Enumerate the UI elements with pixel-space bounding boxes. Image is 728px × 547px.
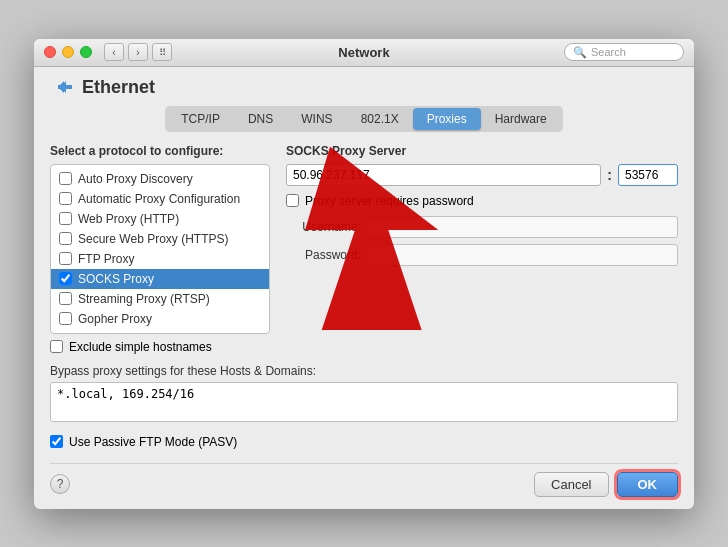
streaming-checkbox[interactable] [59,292,72,305]
breadcrumb: Ethernet [50,77,678,98]
tab-8021x[interactable]: 802.1X [347,108,413,130]
search-placeholder: Search [591,46,626,58]
list-item-auto-proxy: Auto Proxy Discovery [51,169,269,189]
tab-hardware[interactable]: Hardware [481,108,561,130]
gopher-checkbox[interactable] [59,312,72,325]
traffic-lights [44,46,92,58]
tab-wins[interactable]: WINS [287,108,346,130]
username-row: Username: [286,216,678,238]
grid-button[interactable]: ⠿ [152,43,172,61]
back-button[interactable]: ‹ [104,43,124,61]
bypass-label: Bypass proxy settings for these Hosts & … [50,364,678,378]
list-item-ftp: FTP Proxy [51,249,269,269]
bypass-textarea[interactable]: *.local, 169.254/16 [50,382,678,422]
socks-checkbox[interactable] [59,272,72,285]
passive-ftp-checkbox[interactable] [50,435,63,448]
streaming-label: Streaming Proxy (RTSP) [78,292,210,306]
exclude-label: Exclude simple hostnames [69,340,212,354]
exclude-checkbox[interactable] [50,340,63,353]
password-input[interactable] [367,244,678,266]
minimize-button[interactable] [62,46,74,58]
web-http-label: Web Proxy (HTTP) [78,212,179,226]
ftp-label: FTP Proxy [78,252,134,266]
list-item-streaming: Streaming Proxy (RTSP) [51,289,269,309]
protocol-list: Auto Proxy Discovery Automatic Proxy Con… [50,164,270,334]
tabs-container: TCP/IP DNS WINS 802.1X Proxies Hardware [165,106,562,132]
action-buttons: Cancel OK [534,472,678,497]
auto-proxy-label: Auto Proxy Discovery [78,172,193,186]
port-input[interactable] [618,164,678,186]
cancel-button[interactable]: Cancel [534,472,608,497]
maximize-button[interactable] [80,46,92,58]
protocol-label: Select a protocol to configure: [50,144,270,158]
passive-ftp-label: Use Passive FTP Mode (PASV) [69,435,237,449]
ok-button[interactable]: OK [617,472,679,497]
passive-ftp-row: Use Passive FTP Mode (PASV) [50,435,678,449]
web-http-checkbox[interactable] [59,212,72,225]
search-icon: 🔍 [573,46,587,59]
auto-config-checkbox[interactable] [59,192,72,205]
auto-proxy-checkbox[interactable] [59,172,72,185]
tab-proxies[interactable]: Proxies [413,108,481,130]
ethernet-back-icon [50,77,74,97]
list-item-gopher: Gopher Proxy [51,309,269,329]
left-panel: Select a protocol to configure: Auto Pro… [50,144,270,354]
requires-password-row: Proxy server requires password [286,194,678,208]
list-item-secure-web: Secure Web Proxy (HTTPS) [51,229,269,249]
nav-buttons: ‹ › [104,43,148,61]
list-item-auto-config: Automatic Proxy Configuration [51,189,269,209]
ftp-checkbox[interactable] [59,252,72,265]
socks-label: SOCKS Proxy [78,272,154,286]
server-address-input[interactable] [286,164,601,186]
main-panel: Select a protocol to configure: Auto Pro… [50,144,678,354]
exclude-row: Exclude simple hostnames [50,340,270,354]
auto-config-label: Automatic Proxy Configuration [78,192,240,206]
right-panel: SOCKS Proxy Server : Proxy server requir… [286,144,678,354]
main-window: ‹ › ⠿ Network 🔍 Search Ethernet TCP/IP [34,39,694,509]
gopher-label: Gopher Proxy [78,312,152,326]
secure-web-checkbox[interactable] [59,232,72,245]
secure-web-label: Secure Web Proxy (HTTPS) [78,232,228,246]
close-button[interactable] [44,46,56,58]
bottom-bar: ? Cancel OK [50,463,678,497]
list-item-socks: SOCKS Proxy [51,269,269,289]
bypass-section: Bypass proxy settings for these Hosts & … [50,364,678,425]
password-row: Password: [286,244,678,266]
username-input[interactable] [367,216,678,238]
requires-password-label: Proxy server requires password [305,194,474,208]
proxy-server-label: SOCKS Proxy Server [286,144,678,158]
tab-tcpip[interactable]: TCP/IP [167,108,234,130]
tab-dns[interactable]: DNS [234,108,287,130]
password-label: Password: [286,248,361,262]
titlebar: ‹ › ⠿ Network 🔍 Search [34,39,694,67]
help-button[interactable]: ? [50,474,70,494]
tabs-row: TCP/IP DNS WINS 802.1X Proxies Hardware [50,106,678,132]
username-label: Username: [286,220,361,234]
window-title: Network [338,45,389,60]
server-address-row: : [286,164,678,186]
search-box[interactable]: 🔍 Search [564,43,684,61]
forward-button[interactable]: › [128,43,148,61]
list-item-web-http: Web Proxy (HTTP) [51,209,269,229]
back-icon[interactable] [50,77,74,97]
content-area: Ethernet TCP/IP DNS WINS 802.1X Proxies … [34,67,694,509]
page-title: Ethernet [82,77,155,98]
requires-password-checkbox[interactable] [286,194,299,207]
colon-separator: : [607,167,612,183]
